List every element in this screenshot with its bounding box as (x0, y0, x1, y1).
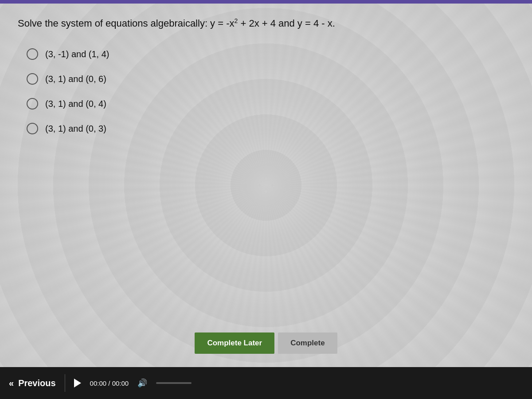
bottom-buttons: Complete Later Complete (18, 332, 514, 354)
volume-icon[interactable]: 🔊 (137, 378, 147, 388)
top-bar (0, 0, 532, 4)
time-display: 00:00 / 00:00 (90, 379, 129, 387)
complete-later-button[interactable]: Complete Later (195, 332, 274, 354)
play-button[interactable] (74, 379, 81, 387)
options-container: (3, -1) and (1, 4) (3, 1) and (0, 6) (3,… (18, 48, 514, 319)
option-label-4: (3, 1) and (0, 3) (45, 124, 106, 134)
radio-option-2[interactable] (27, 73, 38, 85)
question-text-prefix: Solve the system of equations algebraica… (18, 18, 235, 29)
audio-progress-track[interactable] (156, 382, 192, 384)
radio-option-4[interactable] (27, 123, 38, 134)
chevron-left-icon: « (9, 378, 14, 388)
option-label-3: (3, 1) and (0, 4) (45, 99, 106, 109)
question-text: Solve the system of equations algebraica… (18, 17, 514, 31)
option-label-1: (3, -1) and (1, 4) (45, 49, 110, 59)
option-item-3[interactable]: (3, 1) and (0, 4) (27, 98, 514, 110)
vertical-divider (65, 374, 65, 392)
bottom-bar: « Previous 00:00 / 00:00 🔊 (0, 367, 532, 399)
time-current: 00:00 (90, 379, 107, 387)
option-label-2: (3, 1) and (0, 6) (45, 74, 106, 84)
option-item-2[interactable]: (3, 1) and (0, 6) (27, 73, 514, 85)
previous-button[interactable]: « Previous (9, 378, 56, 388)
time-total: 00:00 (112, 379, 129, 387)
main-content: Solve the system of equations algebraica… (0, 4, 532, 367)
complete-button[interactable]: Complete (278, 332, 337, 354)
time-separator: / (106, 379, 112, 387)
question-text-suffix: + 2x + 4 and y = 4 - x. (238, 18, 335, 29)
radio-option-1[interactable] (27, 48, 38, 60)
option-item-4[interactable]: (3, 1) and (0, 3) (27, 123, 514, 134)
radio-option-3[interactable] (27, 98, 38, 110)
previous-label: Previous (18, 378, 55, 388)
option-item-1[interactable]: (3, -1) and (1, 4) (27, 48, 514, 60)
